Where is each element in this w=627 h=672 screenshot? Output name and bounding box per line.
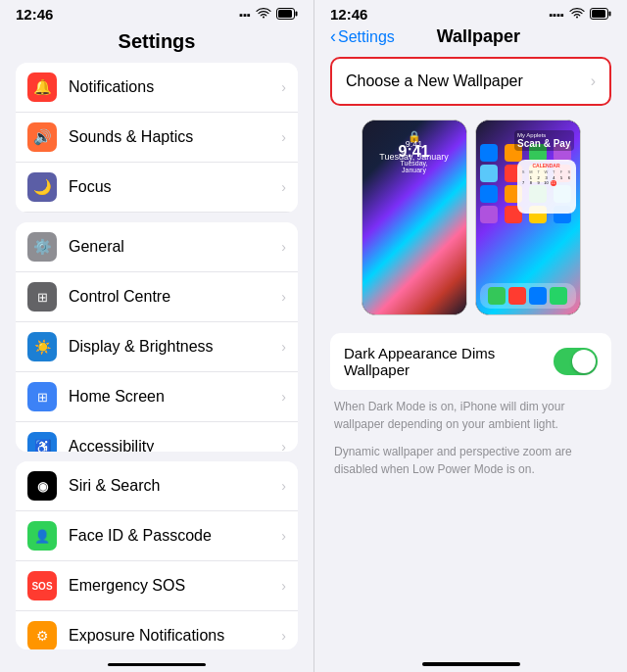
info-text-2: Dynamic wallpaper and perspective zoom a…	[330, 443, 611, 478]
chevron-icon: ›	[591, 72, 596, 90]
left-title: Settings	[0, 26, 314, 63]
sidebar-item-home-screen[interactable]: ⊞ Home Screen ›	[16, 372, 298, 422]
chevron-icon: ›	[281, 439, 286, 452]
sidebar-item-focus[interactable]: 🌙 Focus ›	[16, 163, 298, 213]
dock	[480, 283, 576, 309]
dock-icon-4	[550, 287, 567, 305]
back-label: Settings	[338, 28, 395, 46]
time-left: 12:46	[16, 6, 53, 23]
wallpaper-preview: 🔒 9:41 Tuesday, January My Applets Scan …	[330, 120, 611, 315]
app-icon-13	[480, 206, 498, 223]
dock-icon-2	[508, 287, 526, 305]
sidebar-item-accessibility[interactable]: ♿ Accessibility ›	[16, 422, 298, 452]
wifi-icon	[256, 8, 271, 22]
svg-rect-2	[296, 11, 298, 16]
home-screen-preview[interactable]: My Applets Scan & Pay CALENDAR S M T W T…	[475, 120, 581, 315]
home-screen-icon: ⊞	[27, 382, 57, 411]
time-right: 12:46	[330, 6, 367, 23]
focus-icon: 🌙	[27, 172, 57, 202]
battery-icon-left	[276, 8, 298, 22]
sidebar-item-emergency-sos[interactable]: SOS Emergency SOS ›	[16, 561, 298, 611]
widget-preview: My Applets Scan & Pay	[514, 130, 573, 151]
display-icon: ☀️	[27, 332, 57, 361]
wifi-icon-right	[569, 8, 585, 22]
emergency-sos-icon: SOS	[27, 571, 57, 600]
siri-label: Siri & Search	[69, 477, 277, 495]
status-icons-right: ▪▪▪▪	[549, 8, 611, 22]
sidebar-item-control-centre[interactable]: ⊞ Control Centre ›	[16, 272, 298, 322]
chevron-icon: ›	[281, 129, 286, 145]
chevron-icon: ›	[281, 528, 286, 544]
control-centre-label: Control Centre	[69, 288, 277, 306]
sidebar-item-sounds[interactable]: 🔊 Sounds & Haptics ›	[16, 113, 298, 163]
right-header: ‹ Settings Wallpaper	[314, 26, 627, 57]
general-label: General	[69, 238, 277, 256]
sidebar-item-exposure[interactable]: ⚙ Exposure Notifications ›	[16, 611, 298, 648]
exposure-label: Exposure Notifications	[69, 627, 277, 645]
lock-date: Tuesday, January	[388, 160, 440, 173]
sounds-label: Sounds & Haptics	[69, 128, 277, 146]
chevron-icon: ›	[281, 478, 286, 494]
app-icon-9	[480, 185, 498, 203]
dark-appearance-dims-row: Dark Appearance Dims Wallpaper	[330, 333, 611, 390]
status-icons-left: ▪▪▪	[239, 8, 298, 22]
accessibility-label: Accessibility	[69, 438, 277, 452]
back-button[interactable]: ‹ Settings	[330, 26, 395, 47]
status-bar-left: 12:46 ▪▪▪	[0, 0, 314, 26]
control-centre-icon: ⊞	[27, 282, 57, 312]
chevron-icon: ›	[281, 628, 286, 644]
chevron-icon: ›	[281, 339, 286, 355]
face-id-label: Face ID & Passcode	[69, 527, 277, 545]
notifications-icon: 🔔	[27, 72, 57, 102]
info-text-1: When Dark Mode is on, iPhone will dim yo…	[330, 398, 611, 433]
svg-rect-10	[592, 10, 605, 18]
lock-time: 9:41	[388, 144, 440, 160]
display-label: Display & Brightness	[69, 338, 277, 356]
right-panel: 12:46 ▪▪▪▪ ‹ Set	[314, 0, 627, 672]
home-screen-wallpaper: My Applets Scan & Pay CALENDAR S M T W T…	[476, 120, 580, 314]
home-indicator-left	[108, 663, 206, 666]
choose-wallpaper-label: Choose a New Wallpaper	[346, 72, 523, 90]
choose-new-wallpaper-button[interactable]: Choose a New Wallpaper ›	[330, 57, 611, 106]
lock-screen-preview[interactable]: 🔒 9:41 Tuesday, January	[362, 120, 467, 315]
battery-icon-right	[590, 8, 611, 22]
signal-icon: ▪▪▪	[239, 9, 251, 21]
accessibility-icon: ♿	[27, 432, 57, 452]
status-bar-right: 12:46 ▪▪▪▪	[314, 0, 627, 26]
sidebar-item-display[interactable]: ☀️ Display & Brightness ›	[16, 322, 298, 372]
app-icon-1	[480, 144, 498, 162]
notifications-label: Notifications	[69, 78, 277, 96]
chevron-icon: ›	[281, 389, 286, 405]
exposure-icon: ⚙	[27, 621, 57, 648]
focus-label: Focus	[69, 178, 277, 196]
calendar-widget: CALENDAR S M T W T F S 1 2 3	[517, 160, 576, 214]
left-panel: 12:46 ▪▪▪ Settings	[0, 0, 314, 672]
sidebar-item-general[interactable]: ⚙️ General ›	[16, 222, 298, 272]
face-id-icon: 👤	[27, 521, 57, 551]
dark-dims-toggle[interactable]	[554, 348, 598, 375]
dark-dims-label: Dark Appearance Dims Wallpaper	[344, 345, 554, 378]
chevron-icon: ›	[281, 79, 286, 95]
mid-settings-group: ⚙️ General › ⊞ Control Centre › ☀️ Displ…	[16, 222, 298, 452]
chevron-icon: ›	[281, 578, 286, 594]
right-page-title: Wallpaper	[395, 26, 562, 47]
chevron-icon: ›	[281, 289, 286, 305]
lock-icon: 🔒	[388, 130, 440, 143]
svg-rect-1	[278, 10, 292, 18]
signal-icon-right: ▪▪▪▪	[549, 9, 564, 21]
general-icon: ⚙️	[27, 232, 57, 262]
sidebar-item-siri[interactable]: ◉ Siri & Search ›	[16, 461, 298, 511]
lock-screen-wallpaper: 🔒 9:41 Tuesday, January	[362, 120, 466, 314]
sidebar-item-face-id[interactable]: 👤 Face ID & Passcode ›	[16, 511, 298, 561]
app-icon-5	[480, 165, 498, 182]
sounds-icon: 🔊	[27, 122, 57, 152]
dock-icon-3	[529, 287, 547, 305]
sidebar-item-notifications[interactable]: 🔔 Notifications ›	[16, 63, 298, 113]
right-content: Choose a New Wallpaper › 🔒 9:41 Tuesday,…	[314, 57, 627, 658]
bottom-settings-group: ◉ Siri & Search › 👤 Face ID & Passcode ›…	[16, 461, 298, 648]
siri-icon: ◉	[27, 471, 57, 501]
back-chevron-icon: ‹	[330, 26, 336, 47]
home-indicator-right	[422, 662, 520, 666]
emergency-sos-label: Emergency SOS	[69, 577, 277, 595]
chevron-icon: ›	[281, 179, 286, 195]
